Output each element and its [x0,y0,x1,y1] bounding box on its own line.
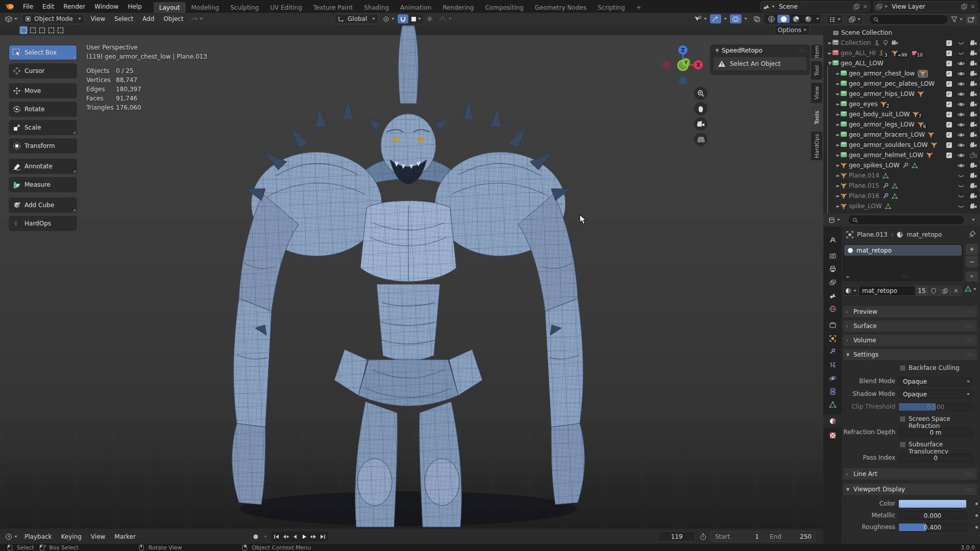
disclosure-icon[interactable]: ► [836,132,841,137]
wrench-icon[interactable] [902,162,909,168]
workspace-tab-modeling[interactable]: Modeling [186,2,225,13]
material-slot-item[interactable]: mat_retopo [844,245,962,256]
bulb-icon[interactable] [883,40,888,46]
jump-start-button[interactable] [272,533,281,541]
workspace-tab-texture-paint[interactable]: Texture Paint [308,2,358,13]
disclosure-icon[interactable]: ► [836,102,841,107]
section-line-art[interactable]: ›Line Art:::: [843,468,977,480]
menu-window[interactable]: Window [90,0,123,13]
play-reverse-button[interactable] [290,533,300,541]
workspace-tab-animation[interactable]: Animation [395,2,437,13]
properties-search-input[interactable] [848,215,965,225]
cam3-icon[interactable] [891,40,898,45]
properties-tab-tool[interactable] [823,234,842,247]
outliner-row-geo-armor-hips-low[interactable]: ►geo_armor_hips_LOW [836,89,924,98]
properties-tab-constraints[interactable] [823,385,842,398]
eye-icon[interactable] [957,79,965,88]
properties-tab-world[interactable] [823,302,842,315]
menu-render[interactable]: Render [59,0,90,13]
axes-icon[interactable] [874,40,880,46]
disclosure-icon[interactable]: ► [836,163,841,168]
eye-closed-icon[interactable] [957,48,965,58]
tool-rotate[interactable]: Rotate [9,102,77,116]
pan-hand-button[interactable] [694,102,707,115]
outliner-row-geo-all-low[interactable]: ▼geo_ALL_LOW [827,59,884,68]
render-camera-off-icon[interactable] [969,151,977,160]
camera-view-button[interactable] [694,117,707,131]
properties-tab-viewlayer[interactable] [823,276,842,289]
properties-tab-data[interactable] [823,398,842,411]
pin-data-dropdown[interactable] [965,286,976,292]
eye-icon[interactable] [957,89,965,98]
disclosure-icon[interactable]: ▼ [827,61,832,66]
unlink-material-button[interactable]: ✕ [950,286,962,296]
tri-green-icon[interactable] [912,163,918,168]
remove-slot-button[interactable]: − [966,256,978,267]
outliner-row-plane-015[interactable]: ►Plane.015 [836,181,898,190]
tri-green-icon[interactable] [892,183,898,189]
workspace-tab-shading[interactable]: Shading [358,2,395,13]
render-camera-icon[interactable] [969,38,977,47]
sidebar-tab-tools[interactable]: Tools [811,106,822,129]
play-button[interactable] [300,533,309,541]
disclosure-icon[interactable]: ► [836,153,841,158]
view-layer-selector[interactable]: View Layer ✕ [873,1,978,12]
view-layer-name[interactable]: View Layer [888,3,961,10]
zoom-button[interactable] [694,87,707,100]
render-camera-icon[interactable] [969,130,977,139]
roughness-slider[interactable]: 0.400 [898,523,967,532]
shading-material-button[interactable] [790,15,802,23]
shading-rendered-button[interactable] [802,15,814,23]
render-camera-icon[interactable] [969,161,977,170]
disclosure-icon[interactable]: ► [836,193,841,198]
properties-tab-collection[interactable] [823,318,842,332]
tweak-tool-dropdown[interactable] [188,14,205,23]
speedretopo-title[interactable]: SpeedRetopo [722,47,797,54]
current-frame-field[interactable]: 119 [658,531,696,542]
metallic-slider[interactable]: 0.000 [898,511,967,520]
outliner-row-geo-armor-pec-plates-low[interactable]: ►geo_armor_pec_plates_LOW [836,79,935,88]
workspace-tab-uv-editing[interactable]: UV Editing [264,2,308,13]
selectability-checkbox[interactable]: ✓ [945,151,953,160]
record-options-dropdown[interactable] [264,536,267,538]
selectability-checkbox[interactable]: ✓ [945,140,953,149]
color-swatch[interactable] [898,499,967,508]
render-camera-icon[interactable] [969,89,977,98]
menu-help[interactable]: Help [123,0,146,13]
subsurface-translucency-checkbox[interactable] [899,441,906,448]
render-camera-icon[interactable] [969,48,977,58]
selectability-checkbox[interactable]: ✓ [945,48,953,58]
workspace-tab--[interactable]: + [630,2,647,13]
navigation-gizmo[interactable]: Z X Y [659,42,706,89]
slot-list-grip[interactable]: :::: [901,274,910,279]
copy-material-button[interactable] [939,286,950,296]
render-camera-icon[interactable] [969,181,977,190]
sidebar-tab-tool[interactable]: Tool [811,61,822,80]
fake-user-shield-button[interactable] [928,286,939,296]
outliner-row-geo-armor-helmet-low[interactable]: ►geo_armor_helmet_LOW [836,151,933,160]
render-camera-icon[interactable] [969,59,977,68]
section-surface[interactable]: ›Surface:::: [843,320,977,332]
tool-scale[interactable]: Scale [9,120,77,135]
collapse-chevron-icon[interactable]: ▼ [715,48,720,53]
select-mode-set[interactable] [19,26,28,34]
shadow-mode-dropdown[interactable]: Opaque [898,390,973,398]
workspace-tab-scripting[interactable]: Scripting [592,2,630,13]
outliner-filter-dropdown[interactable] [949,15,965,24]
eye-icon[interactable] [957,69,965,78]
tri-green-icon[interactable] [892,193,898,199]
tri-orange-icon[interactable] [928,132,934,138]
eye-icon[interactable] [957,130,965,139]
sidebar-tab-hardops[interactable]: HardOps [811,132,822,160]
viewport-menu-view[interactable]: View [86,13,110,26]
disclosure-icon[interactable]: ► [836,173,841,178]
eye-icon[interactable] [957,161,965,170]
snap-toggle[interactable] [398,14,408,23]
render-camera-icon[interactable] [969,120,977,129]
tool-move[interactable]: Move [9,84,77,98]
shading-wireframe-button[interactable] [765,15,777,23]
users-count-button[interactable]: 15 [916,286,928,296]
overlays-dropdown[interactable] [744,18,747,20]
disclosure-icon[interactable]: ► [836,81,841,86]
eye-closed-icon[interactable] [957,191,965,201]
